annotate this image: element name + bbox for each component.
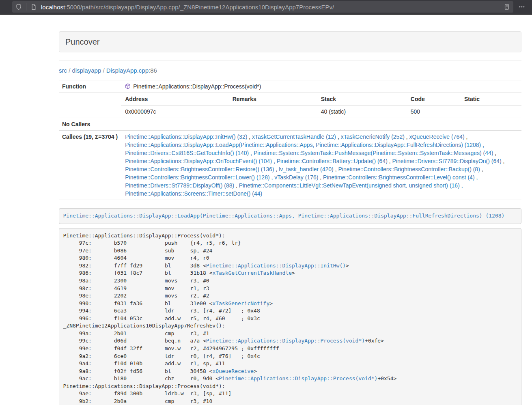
asm-symbol-link[interactable]: xQueueReceive — [212, 368, 254, 374]
asm-line: 982: f7ff fd29 bl 3d8 <Pinetime::Applica… — [63, 262, 517, 270]
callee-link[interactable]: Pinetime::Applications::Screens::Timer::… — [125, 190, 262, 197]
asm-line: 98c: 4619 mov r1, r3 — [63, 285, 517, 293]
asm-line: 980: 4604 mov r4, r0 — [63, 254, 517, 262]
callee-link[interactable]: Pinetime::System::SystemTask::PushMessag… — [254, 150, 493, 156]
asm-line: 9ac: b180 cbz r0, 9d0 <Pinetime::Applica… — [63, 375, 517, 383]
url-bar[interactable]: localhost:5000/path/src/displayapp/Displ… — [12, 1, 513, 13]
callee-link[interactable]: Pinetime::Controllers::Battery::Update()… — [277, 158, 388, 164]
reader-mode-icon[interactable] — [504, 4, 510, 10]
callees-label: Callees (19, Σ=3704 ) — [59, 131, 121, 200]
url-text[interactable]: localhost:5000/path/src/displayapp/Displ… — [41, 4, 501, 11]
urlbar-divider — [26, 3, 26, 11]
no-callers-row: No Callers — [59, 118, 521, 131]
value-remarks — [228, 106, 317, 118]
value-code: 500 — [407, 106, 460, 118]
asm-symbol-link[interactable]: Pinetime::Applications::DisplayApp::Init… — [206, 263, 346, 269]
assembly-listing: Pinetime::Applications::DisplayApp::Proc… — [59, 228, 521, 405]
asm-line: Pinetime::Applications::DisplayApp::Proc… — [63, 383, 517, 390]
asm-line: 990: f031 fa36 bl 31e00 <xTaskGenericNot… — [63, 300, 517, 308]
asm-line: 99e: f04f 32ff mov.w r2, #4294967295 ; 0… — [63, 345, 517, 353]
value-stack: 40 (static) — [317, 106, 407, 118]
callee-link[interactable]: Pinetime::Controllers::BrightnessControl… — [125, 174, 269, 181]
header-divider — [59, 60, 521, 61]
function-detail-row: Address Remarks Stack Code Static 0x0000… — [59, 93, 521, 118]
asm-line: _ZN8Pinetime12Applications10DisplayApp7R… — [63, 322, 517, 330]
callee-link[interactable]: Pinetime::Drivers::St7789::DisplayOn() (… — [392, 158, 502, 164]
more-actions-icon — [519, 4, 525, 10]
asm-line: 9a2: 6ce0 ldr r0, [r4, #76] ; 0x4c — [63, 353, 517, 360]
no-callers-label: No Callers — [59, 118, 121, 131]
function-name: Pinetime::Applications::DisplayApp::Proc… — [133, 83, 261, 90]
breadcrumb-separator: / — [101, 67, 106, 74]
callee-link[interactable]: xTaskGetCurrentTaskHandle (12) — [252, 134, 336, 140]
url-path: :5000/path/src/displayapp/DisplayApp.cpp… — [65, 4, 334, 11]
function-label: Function — [59, 80, 121, 93]
asm-symbol-link[interactable]: xTaskGenericNotify — [212, 300, 269, 306]
breadcrumb-file[interactable]: DisplayApp.cpp — [106, 67, 149, 74]
asm-line: Pinetime::Applications::DisplayApp::Proc… — [63, 232, 517, 240]
breadcrumb: src / displayapp / DisplayApp.cpp:86 — [59, 67, 521, 75]
value-static — [460, 106, 521, 118]
shield-icon[interactable] — [15, 4, 22, 10]
browser-toolbar: localhost:5000/path/src/displayapp/Displ… — [0, 0, 532, 15]
breadcrumb-separator: / — [67, 67, 72, 74]
page-body: Puncover src / displayapp / DisplayApp.c… — [0, 15, 532, 405]
url-host: localhost — [41, 4, 65, 11]
page-icon[interactable] — [30, 4, 37, 10]
detail-header-row: Address Remarks Stack Code Static — [121, 93, 521, 106]
package-cube-icon — [125, 83, 131, 89]
callees-list: Pinetime::Applications::DisplayApp::Init… — [121, 131, 521, 200]
more-actions-button[interactable] — [516, 1, 528, 13]
asm-line: 994: 6ca3 ldr r3, [r4, #72] ; 0x48 — [63, 307, 517, 315]
column-code: Code — [407, 93, 460, 106]
asm-line: 9a4: f10d 010b add.w r1, sp, #11 — [63, 360, 517, 368]
callee-link[interactable]: Pinetime::Drivers::St7789::DisplayOff() … — [125, 182, 234, 189]
asm-line: 97e: b086 sub sp, #24 — [63, 247, 517, 255]
asm-symbol-link[interactable]: Pinetime::Applications::DisplayApp::Proc… — [206, 338, 365, 344]
callee-link[interactable]: Pinetime::Controllers::BrightnessControl… — [323, 174, 474, 181]
callee-link[interactable]: Pinetime::Components::LittleVgl::SetNewT… — [239, 182, 460, 189]
column-address: Address — [121, 93, 228, 106]
value-address: 0x0000097c — [121, 106, 228, 118]
callee-link[interactable]: Pinetime::Drivers::Cst816S::GetTouchInfo… — [125, 150, 249, 156]
callee-link[interactable]: Pinetime::Controllers::BrightnessControl… — [125, 166, 274, 172]
breadcrumb-displayapp[interactable]: displayapp — [72, 67, 101, 74]
breadcrumb-src[interactable]: src — [59, 67, 67, 74]
symbol-table: Function Pinetime::Applications::Display… — [59, 80, 521, 200]
asm-line: 9ae: f89d 300b ldrb.w r3, [sp, #11] — [63, 390, 517, 398]
breadcrumb-line-number: :86 — [149, 67, 157, 74]
function-detail-table: Address Remarks Stack Code Static 0x0000… — [121, 93, 521, 118]
callee-link[interactable]: Pinetime::Applications::DisplayApp::Init… — [125, 134, 247, 140]
column-stack: Stack — [317, 93, 407, 106]
asm-line: 986: f031 f8c7 bl 31b18 <xTaskGetCurrent… — [63, 269, 517, 277]
column-remarks: Remarks — [228, 93, 317, 106]
asm-line: 98e: 2202 movs r2, #2 — [63, 292, 517, 300]
callee-link[interactable]: Pinetime::Controllers::BrightnessControl… — [338, 166, 480, 172]
asm-line: 99c: d06d beq.n a7a <Pinetime::Applicati… — [63, 337, 517, 345]
callee-link[interactable]: lv_task_handler (420) — [279, 166, 334, 172]
callee-link[interactable]: xQueueReceive (764) — [409, 134, 465, 140]
page-title: Puncover — [65, 37, 515, 47]
asm-line: 996: f104 053c add.w r5, r4, #60 ; 0x3c — [63, 315, 517, 323]
content-container: Puncover src / displayapp / DisplayApp.c… — [59, 31, 521, 405]
asm-line: 9b2: 2b0a cmp r3, #10 — [63, 398, 517, 405]
callee-link[interactable]: xTaskGenericNotify (252) — [341, 134, 405, 140]
asm-line: 97c: b570 push {r4, r5, r6, lr} — [63, 239, 517, 247]
asm-symbol-link[interactable]: xTaskGetCurrentTaskHandle — [212, 270, 292, 276]
app-header-panel: Puncover — [59, 31, 521, 52]
asm-line: 98a: 2300 movs r3, #0 — [63, 277, 517, 285]
detail-value-row: 0x0000097c 40 (static) 500 — [121, 106, 521, 118]
function-row: Function Pinetime::Applications::Display… — [59, 80, 521, 93]
asm-line: 99a: 2b01 cmp r3, #1 — [63, 330, 517, 338]
callee-link[interactable]: vTaskDelay (176) — [274, 174, 318, 181]
load-app-reference-link[interactable]: Pinetime::Applications::DisplayApp::Load… — [63, 213, 505, 219]
asm-symbol-link[interactable]: Pinetime::Applications::DisplayApp::Proc… — [219, 375, 377, 381]
asm-line: 9a8: f02f fd56 bl 30458 <xQueueReceive> — [63, 368, 517, 375]
callees-row: Callees (19, Σ=3704 ) Pinetime::Applicat… — [59, 131, 521, 200]
column-static: Static — [460, 93, 521, 106]
callee-link[interactable]: Pinetime::Applications::DisplayApp::OnTo… — [125, 158, 272, 164]
load-app-reference-box: Pinetime::Applications::DisplayApp::Load… — [59, 208, 521, 224]
callee-link[interactable]: Pinetime::Applications::DisplayApp::Load… — [125, 142, 481, 148]
